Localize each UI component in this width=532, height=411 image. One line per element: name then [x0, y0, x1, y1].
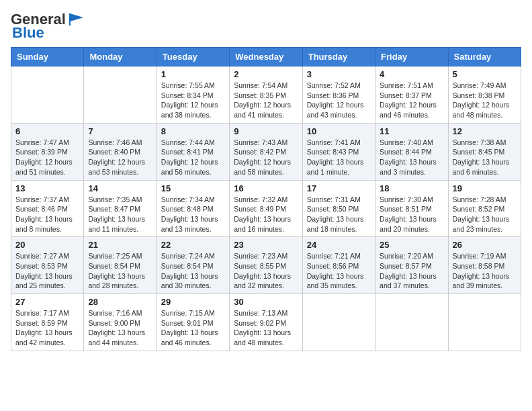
day-cell: 21Sunrise: 7:25 AM Sunset: 8:54 PM Dayli… — [84, 237, 157, 294]
day-info: Sunrise: 7:28 AM Sunset: 8:52 PM Dayligh… — [453, 195, 517, 234]
day-cell: 14Sunrise: 7:35 AM Sunset: 8:47 PM Dayli… — [84, 180, 157, 237]
day-info: Sunrise: 7:38 AM Sunset: 8:45 PM Dayligh… — [453, 138, 517, 177]
day-cell — [375, 294, 448, 351]
week-row-1: 1Sunrise: 7:55 AM Sunset: 8:34 PM Daylig… — [11, 66, 521, 124]
day-info: Sunrise: 7:37 AM Sunset: 8:46 PM Dayligh… — [15, 195, 79, 234]
day-cell: 8Sunrise: 7:44 AM Sunset: 8:41 PM Daylig… — [157, 123, 229, 180]
day-info: Sunrise: 7:25 AM Sunset: 8:54 PM Dayligh… — [88, 251, 152, 291]
day-cell: 20Sunrise: 7:27 AM Sunset: 8:53 PM Dayli… — [11, 237, 84, 294]
day-cell: 6Sunrise: 7:47 AM Sunset: 8:39 PM Daylig… — [11, 123, 84, 180]
day-info: Sunrise: 7:24 AM Sunset: 8:54 PM Dayligh… — [161, 251, 225, 291]
day-number: 23 — [234, 240, 298, 250]
day-cell: 17Sunrise: 7:31 AM Sunset: 8:50 PM Dayli… — [302, 180, 375, 237]
day-number: 6 — [15, 126, 79, 136]
day-info: Sunrise: 7:32 AM Sunset: 8:49 PM Dayligh… — [234, 195, 298, 234]
day-number: 13 — [15, 183, 79, 193]
day-info: Sunrise: 7:44 AM Sunset: 8:41 PM Dayligh… — [161, 138, 225, 177]
day-number: 17 — [307, 183, 371, 193]
day-info: Sunrise: 7:17 AM Sunset: 8:59 PM Dayligh… — [15, 308, 79, 348]
day-cell: 1Sunrise: 7:55 AM Sunset: 8:34 PM Daylig… — [157, 66, 229, 124]
day-number: 22 — [161, 240, 225, 250]
day-number: 8 — [161, 126, 225, 136]
day-info: Sunrise: 7:41 AM Sunset: 8:43 PM Dayligh… — [307, 138, 371, 177]
day-info: Sunrise: 7:31 AM Sunset: 8:50 PM Dayligh… — [307, 195, 371, 234]
day-cell: 26Sunrise: 7:19 AM Sunset: 8:58 PM Dayli… — [448, 237, 521, 294]
weekday-header-tuesday: Tuesday — [157, 48, 229, 66]
day-cell: 28Sunrise: 7:16 AM Sunset: 9:00 PM Dayli… — [84, 294, 157, 351]
weekday-header-friday: Friday — [375, 48, 448, 66]
calendar-table: SundayMondayTuesdayWednesdayThursdayFrid… — [11, 47, 521, 351]
day-info: Sunrise: 7:20 AM Sunset: 8:57 PM Dayligh… — [380, 251, 443, 291]
day-number: 24 — [307, 240, 371, 250]
day-cell: 7Sunrise: 7:46 AM Sunset: 8:40 PM Daylig… — [84, 123, 157, 180]
day-info: Sunrise: 7:34 AM Sunset: 8:48 PM Dayligh… — [161, 195, 225, 234]
week-row-5: 27Sunrise: 7:17 AM Sunset: 8:59 PM Dayli… — [11, 294, 521, 351]
svg-marker-0 — [70, 13, 83, 21]
weekday-header-saturday: Saturday — [448, 48, 521, 66]
day-cell: 25Sunrise: 7:20 AM Sunset: 8:57 PM Dayli… — [375, 237, 448, 294]
day-cell: 27Sunrise: 7:17 AM Sunset: 8:59 PM Dayli… — [11, 294, 84, 351]
day-info: Sunrise: 7:13 AM Sunset: 9:02 PM Dayligh… — [234, 308, 298, 348]
weekday-header-wednesday: Wednesday — [230, 48, 302, 66]
day-number: 2 — [234, 69, 298, 79]
day-cell: 24Sunrise: 7:21 AM Sunset: 8:56 PM Dayli… — [302, 237, 375, 294]
day-number: 5 — [453, 69, 517, 79]
day-number: 30 — [234, 297, 298, 307]
day-info: Sunrise: 7:16 AM Sunset: 9:00 PM Dayligh… — [88, 308, 152, 348]
day-cell: 12Sunrise: 7:38 AM Sunset: 8:45 PM Dayli… — [448, 123, 521, 180]
week-row-4: 20Sunrise: 7:27 AM Sunset: 8:53 PM Dayli… — [11, 237, 521, 294]
day-number: 29 — [161, 297, 225, 307]
day-info: Sunrise: 7:30 AM Sunset: 8:51 PM Dayligh… — [380, 195, 443, 234]
week-row-2: 6Sunrise: 7:47 AM Sunset: 8:39 PM Daylig… — [11, 123, 521, 180]
day-number: 3 — [307, 69, 371, 79]
day-cell — [84, 66, 157, 124]
day-cell: 16Sunrise: 7:32 AM Sunset: 8:49 PM Dayli… — [230, 180, 302, 237]
day-number: 4 — [380, 69, 443, 79]
day-number: 28 — [88, 297, 152, 307]
weekday-header-row: SundayMondayTuesdayWednesdayThursdayFrid… — [11, 48, 521, 66]
day-number: 11 — [380, 126, 443, 136]
day-info: Sunrise: 7:19 AM Sunset: 8:58 PM Dayligh… — [453, 251, 517, 291]
day-number: 27 — [15, 297, 79, 307]
day-number: 26 — [453, 240, 517, 250]
day-cell: 19Sunrise: 7:28 AM Sunset: 8:52 PM Dayli… — [448, 180, 521, 237]
day-info: Sunrise: 7:54 AM Sunset: 8:35 PM Dayligh… — [234, 81, 298, 120]
day-info: Sunrise: 7:46 AM Sunset: 8:40 PM Dayligh… — [88, 138, 152, 177]
day-info: Sunrise: 7:35 AM Sunset: 8:47 PM Dayligh… — [88, 195, 152, 234]
day-cell: 18Sunrise: 7:30 AM Sunset: 8:51 PM Dayli… — [375, 180, 448, 237]
weekday-header-sunday: Sunday — [11, 48, 84, 66]
day-info: Sunrise: 7:51 AM Sunset: 8:37 PM Dayligh… — [380, 81, 443, 120]
day-cell: 4Sunrise: 7:51 AM Sunset: 8:37 PM Daylig… — [375, 66, 448, 124]
day-cell — [11, 66, 84, 124]
day-number: 9 — [234, 126, 298, 136]
day-info: Sunrise: 7:52 AM Sunset: 8:36 PM Dayligh… — [307, 81, 371, 120]
day-info: Sunrise: 7:47 AM Sunset: 8:39 PM Dayligh… — [15, 138, 79, 177]
week-row-3: 13Sunrise: 7:37 AM Sunset: 8:46 PM Dayli… — [11, 180, 521, 237]
day-number: 14 — [88, 183, 152, 193]
day-cell: 3Sunrise: 7:52 AM Sunset: 8:36 PM Daylig… — [302, 66, 375, 124]
day-number: 7 — [88, 126, 152, 136]
day-number: 10 — [307, 126, 371, 136]
day-cell: 11Sunrise: 7:40 AM Sunset: 8:44 PM Dayli… — [375, 123, 448, 180]
day-cell: 13Sunrise: 7:37 AM Sunset: 8:46 PM Dayli… — [11, 180, 84, 237]
day-number: 16 — [234, 183, 298, 193]
page-header: General Blue — [11, 11, 521, 42]
weekday-header-monday: Monday — [84, 48, 157, 66]
day-cell: 9Sunrise: 7:43 AM Sunset: 8:42 PM Daylig… — [230, 123, 302, 180]
day-info: Sunrise: 7:23 AM Sunset: 8:55 PM Dayligh… — [234, 251, 298, 291]
weekday-header-thursday: Thursday — [302, 48, 375, 66]
day-number: 15 — [161, 183, 225, 193]
day-info: Sunrise: 7:27 AM Sunset: 8:53 PM Dayligh… — [15, 251, 79, 291]
day-number: 20 — [15, 240, 79, 250]
day-info: Sunrise: 7:43 AM Sunset: 8:42 PM Dayligh… — [234, 138, 298, 177]
day-number: 25 — [380, 240, 443, 250]
day-info: Sunrise: 7:55 AM Sunset: 8:34 PM Dayligh… — [161, 81, 225, 120]
day-cell: 2Sunrise: 7:54 AM Sunset: 8:35 PM Daylig… — [230, 66, 302, 124]
day-cell: 5Sunrise: 7:49 AM Sunset: 8:38 PM Daylig… — [448, 66, 521, 124]
day-info: Sunrise: 7:21 AM Sunset: 8:56 PM Dayligh… — [307, 251, 371, 291]
day-cell: 30Sunrise: 7:13 AM Sunset: 9:02 PM Dayli… — [230, 294, 302, 351]
day-cell: 15Sunrise: 7:34 AM Sunset: 8:48 PM Dayli… — [157, 180, 229, 237]
day-number: 19 — [453, 183, 517, 193]
day-info: Sunrise: 7:40 AM Sunset: 8:44 PM Dayligh… — [380, 138, 443, 177]
day-cell — [302, 294, 375, 351]
